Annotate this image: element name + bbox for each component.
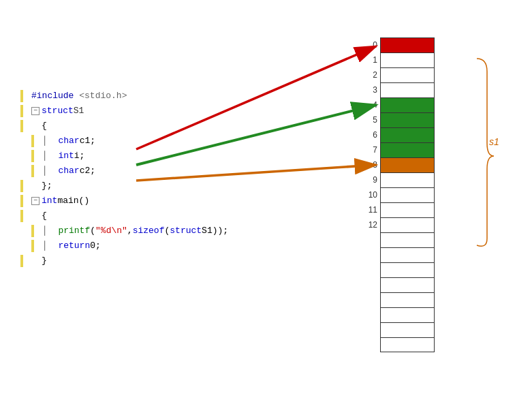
mem-cell-extra-1: [380, 232, 435, 247]
return-value: 0;: [90, 238, 101, 253]
mem-row-extra-7: [361, 322, 443, 337]
mem-label-4: 4: [361, 100, 380, 110]
main-name: main(): [57, 194, 89, 208]
mem-label-11: 11: [361, 205, 380, 215]
struct-keyword: struct: [42, 104, 74, 119]
gutter-yellow: [20, 90, 23, 102]
mem-label-8: 8: [361, 160, 380, 170]
printf-format: "%d\n": [95, 223, 127, 238]
mem-cell-2: [380, 67, 435, 82]
code-line-brace-open: {: [20, 119, 252, 134]
main-brace-open: {: [42, 208, 47, 223]
mem-row-1: 1: [361, 52, 443, 67]
mem-cell-4: [380, 97, 435, 112]
code-line-brace-close: };: [20, 179, 252, 194]
mem-label-10: 10: [361, 190, 380, 200]
mem-cell-10: [380, 187, 435, 202]
mem-label-3: 3: [361, 85, 380, 95]
collapse-main-icon[interactable]: −: [31, 197, 40, 205]
mem-row-extra-8: [361, 337, 443, 352]
mem-row-12: 12: [361, 217, 443, 232]
mem-label-1: 1: [361, 55, 380, 65]
mem-label-12: 12: [361, 220, 380, 230]
mem-cell-extra-2: [380, 247, 435, 262]
mem-cell-6: [380, 127, 435, 142]
mem-cell-1: [380, 52, 435, 67]
int-i-name: i;: [74, 149, 85, 164]
code-line-printf: │ printf ( "%d\n" , sizeof ( struct S1))…: [31, 223, 252, 238]
mem-label-9: 9: [361, 175, 380, 185]
char-keyword-2: char: [58, 164, 79, 179]
mem-row-extra-5: [361, 292, 443, 307]
s1-label: s1: [489, 136, 499, 147]
gutter-yellow-2: [20, 105, 23, 117]
mem-label-7: 7: [361, 145, 380, 155]
code-line-char-c1: │ char c1;: [31, 134, 252, 149]
mem-cell-0: [380, 37, 435, 52]
mem-row-4: 4: [361, 97, 443, 112]
char-keyword-1: char: [58, 134, 79, 149]
mem-row-extra-6: [361, 307, 443, 322]
mem-row-11: 11: [361, 202, 443, 217]
printf-fn: printf: [58, 223, 90, 238]
mem-row-0: 0: [361, 37, 443, 52]
code-line-struct: − struct S1: [20, 104, 252, 119]
int-keyword: int: [58, 149, 74, 164]
memory-grid: 0 1 2 3 4 5 6 7 8 9 10 11: [361, 37, 443, 352]
mem-cell-7: [380, 142, 435, 157]
mem-row-7: 7: [361, 142, 443, 157]
code-line-char-c2: │ char c2;: [31, 164, 252, 179]
code-line-main-brace-open: {: [20, 208, 252, 223]
mem-row-9: 9: [361, 172, 443, 187]
mem-row-10: 10: [361, 187, 443, 202]
mem-row-extra-1: [361, 232, 443, 247]
brace-close-text: };: [42, 179, 52, 194]
mem-cell-extra-5: [380, 292, 435, 307]
mem-row-8: 8: [361, 157, 443, 172]
mem-cell-5: [380, 112, 435, 127]
code-line-include: #include <stdio.h>: [20, 89, 252, 104]
include-text: #include <stdio.h>: [31, 89, 127, 104]
code-line-main-brace-close: }: [20, 253, 252, 268]
mem-cell-11: [380, 202, 435, 217]
mem-row-extra-3: [361, 262, 443, 277]
char-c2-name: c2;: [80, 164, 95, 179]
mem-label-6: 6: [361, 130, 380, 140]
mem-label-0: 0: [361, 40, 380, 50]
struct-name: S1: [74, 104, 84, 119]
mem-cell-extra-7: [380, 322, 435, 337]
mem-cell-extra-4: [380, 277, 435, 292]
return-keyword: return: [58, 238, 90, 253]
printf-comma: ,: [127, 223, 133, 238]
code-line-int-i: │ int i;: [31, 149, 252, 164]
code-line-return: │ return 0;: [31, 238, 252, 253]
main-brace-close: }: [42, 253, 47, 268]
mem-row-extra-4: [361, 277, 443, 292]
s1-brace: [473, 51, 501, 256]
mem-row-5: 5: [361, 112, 443, 127]
mem-cell-extra-8: [380, 337, 435, 352]
mem-row-extra-2: [361, 247, 443, 262]
printf-close: (: [164, 223, 170, 238]
brace-open-text: {: [42, 119, 47, 134]
char-c1-name: c1;: [80, 134, 95, 149]
mem-cell-extra-3: [380, 262, 435, 277]
mem-cell-3: [380, 82, 435, 97]
s1-ref: S1));: [202, 223, 228, 238]
mem-label-2: 2: [361, 70, 380, 80]
code-line-main: − int main(): [20, 194, 252, 208]
int-keyword-main: int: [42, 194, 57, 208]
mem-cell-12: [380, 217, 435, 232]
mem-cell-8: [380, 157, 435, 172]
mem-row-3: 3: [361, 82, 443, 97]
sizeof-kw: sizeof: [133, 223, 165, 238]
code-panel: #include <stdio.h> − struct S1 { │ char …: [20, 89, 252, 268]
collapse-struct-icon[interactable]: −: [31, 107, 40, 115]
mem-row-6: 6: [361, 127, 443, 142]
mem-cell-extra-6: [380, 307, 435, 322]
mem-label-5: 5: [361, 115, 380, 125]
struct-kw-2: struct: [170, 223, 202, 238]
mem-cell-9: [380, 172, 435, 187]
mem-row-2: 2: [361, 67, 443, 82]
printf-args: (: [90, 223, 95, 238]
